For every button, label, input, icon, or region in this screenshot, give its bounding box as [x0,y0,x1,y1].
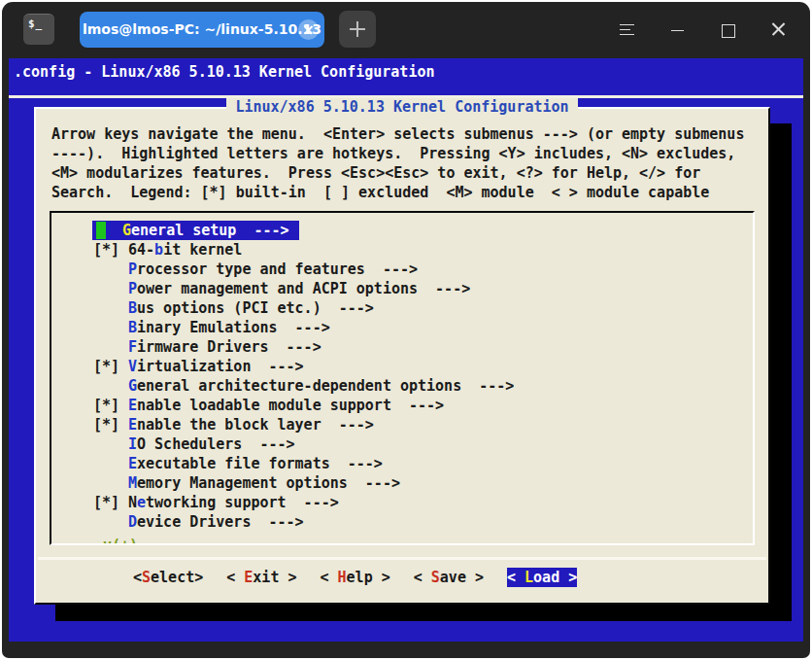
top-separator-line [9,95,803,98]
help-button[interactable]: < Help > [321,568,390,587]
menu-item[interactable]: [*]64-bit kernel [93,240,753,260]
menu-list: v(+) General setup --->[*]64-bit kernelP… [50,211,755,545]
help-line: Search. Legend: [*] built-in [ ] exclude… [51,183,768,202]
exit-button[interactable]: < Exit > [226,568,296,587]
builtin-marker: [*] [93,396,128,415]
menu-item[interactable]: [*]Enable loadable module support ---> [93,396,753,415]
load-button[interactable]: < Load > [507,568,577,587]
scroll-down-indicator: v(+) [98,537,143,545]
builtin-marker: [*] [93,240,128,260]
menu-item[interactable]: Binary Emulations ---> [93,318,753,337]
button-row: <Select>< Exit >< Help >< Save >< Load > [133,568,768,587]
tab-title: lmos@lmos-PC: ~/linux-5.10.13 [83,21,321,37]
menuconfig-top-title: .config - Linux/x86 5.10.13 Kernel Confi… [9,58,803,84]
menu-item[interactable]: IO Schedulers ---> [93,434,753,454]
selected-item-highlight: General setup ---> [92,221,299,240]
menu-item[interactable]: [*]Enable the block layer ---> [93,415,753,434]
builtin-marker: [*] [93,493,128,512]
close-icon [303,24,314,35]
menu-item[interactable]: Device Drivers ---> [93,512,753,532]
builtin-marker: [*] [93,357,128,376]
dialog-title: Linux/x86 5.10.13 Kernel Configuration [36,98,768,116]
new-tab-button[interactable] [339,11,376,48]
window-controls [619,21,787,38]
help-line: <M> modularizes features. Press <Esc><Es… [51,163,768,183]
menu-item[interactable]: Executable file formats ---> [93,454,753,473]
menu-button[interactable] [619,21,635,38]
cursor-block [96,222,106,239]
save-button[interactable]: < Save > [414,568,484,587]
menu-item[interactable]: Memory Management options ---> [93,473,753,493]
maximize-button[interactable] [720,21,736,38]
menu-item[interactable]: [*]Networking support ---> [93,493,753,512]
menuconfig-screen: .config - Linux/x86 5.10.13 Kernel Confi… [9,58,803,642]
minimize-button[interactable] [669,21,686,38]
plus-icon [350,21,365,37]
terminal-window: $_ lmos@lmos-PC: ~/linux-5.10.13 .config… [2,2,810,658]
tab-close-button[interactable] [298,19,319,40]
select-button[interactable]: <Select> [133,568,203,587]
terminal-prompt-glyph: $_ [28,17,43,30]
close-button[interactable] [770,21,787,38]
terminal-tab[interactable]: lmos@lmos-PC: ~/linux-5.10.13 [80,12,324,48]
help-text: Arrow keys navigate the menu. <Enter> se… [51,124,768,202]
menu-item[interactable]: Processor type and features ---> [93,260,753,279]
menu-item[interactable]: General setup ---> [93,221,753,240]
help-line: Arrow keys navigate the menu. <Enter> se… [51,124,768,144]
menu-item[interactable]: Power management and ACPI options ---> [93,279,753,298]
button-separator-line [38,557,766,560]
menu-item[interactable]: [*]Virtualization ---> [93,357,753,376]
builtin-marker: [*] [93,415,128,434]
menu-item[interactable]: Bus options (PCI etc.) ---> [93,298,753,318]
menu-item[interactable]: General architecture-dependent options -… [93,376,753,396]
menu-item[interactable]: Firmware Drivers ---> [93,337,753,357]
menuconfig-dialog: Linux/x86 5.10.13 Kernel Configuration A… [34,107,770,605]
help-line: ----). Highlighted letters are hotkeys. … [51,144,768,163]
titlebar: $_ lmos@lmos-PC: ~/linux-5.10.13 [2,2,810,56]
terminal-app-icon: $_ [23,14,54,45]
